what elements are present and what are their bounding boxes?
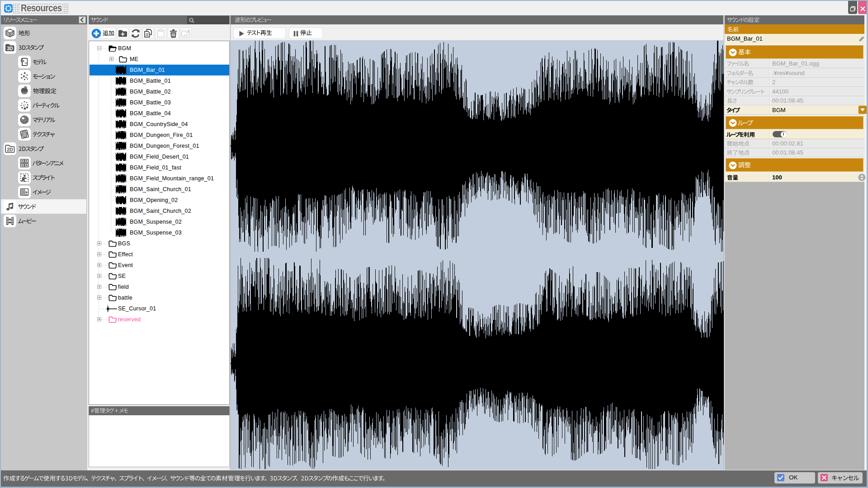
- svg-text:3D: 3D: [7, 46, 13, 51]
- svg-text:2D: 2D: [7, 147, 13, 152]
